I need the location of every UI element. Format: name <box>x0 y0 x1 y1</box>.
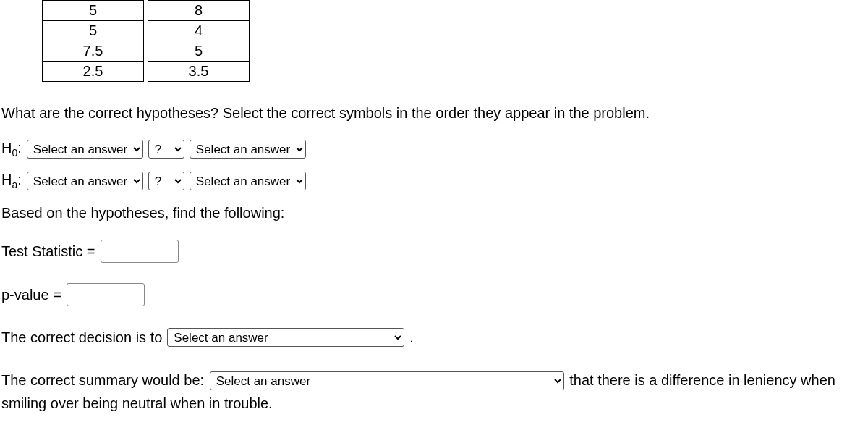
decision-prefix: The correct decision is to <box>1 327 162 348</box>
h0-operator-select[interactable]: ? <box>148 140 184 159</box>
cell: 5 <box>43 21 144 41</box>
cell: 4 <box>148 21 250 41</box>
cell: 5 <box>148 41 250 62</box>
pvalue-label: p-value = <box>1 284 61 306</box>
based-on-text: Based on the hypotheses, find the follow… <box>1 203 868 222</box>
ha-param2-select[interactable]: Select an answer <box>190 172 306 190</box>
ha-param1-select[interactable]: Select an answer <box>27 172 143 190</box>
summary-row: The correct summary would be: Select an … <box>1 369 868 415</box>
test-statistic-input[interactable] <box>101 240 179 263</box>
decision-row: The correct decision is to Select an ans… <box>1 327 868 348</box>
decision-select[interactable]: Select an answer <box>167 328 404 347</box>
pvalue-row: p-value = <box>1 283 868 306</box>
h0-param2-select[interactable]: Select an answer <box>190 140 306 159</box>
h0-param1-select[interactable]: Select an answer <box>27 140 143 159</box>
table-row: 7.5 5 <box>43 41 250 62</box>
table-row: 5 8 <box>43 1 250 21</box>
ha-operator-select[interactable]: ? <box>148 172 184 190</box>
summary-prefix: The correct summary would be: <box>1 372 204 388</box>
h0-label: H0: <box>1 140 22 159</box>
pvalue-input[interactable] <box>67 283 145 306</box>
data-table: 5 8 5 4 7.5 5 2.5 3.5 <box>42 0 250 82</box>
ha-row: Ha: Select an answer ? Select an answer <box>1 172 868 190</box>
table-row: 5 4 <box>43 21 250 41</box>
question-hypotheses: What are the correct hypotheses? Select … <box>1 104 868 122</box>
cell: 3.5 <box>148 62 250 82</box>
test-statistic-label: Test Statistic = <box>1 240 95 262</box>
table-row: 2.5 3.5 <box>43 62 250 82</box>
cell: 2.5 <box>43 62 144 82</box>
test-statistic-row: Test Statistic = <box>1 240 868 263</box>
cell: 7.5 <box>43 41 144 62</box>
cell: 8 <box>148 1 250 21</box>
ha-label: Ha: <box>1 172 22 190</box>
decision-suffix: . <box>409 327 414 348</box>
cell: 5 <box>43 1 144 21</box>
h0-row: H0: Select an answer ? Select an answer <box>1 140 868 159</box>
summary-select[interactable]: Select an answer <box>210 371 564 390</box>
